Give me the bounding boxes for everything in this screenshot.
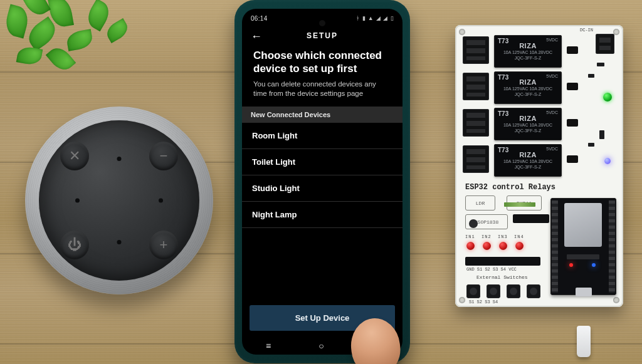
device-item[interactable]: Toilet Light (242, 149, 403, 175)
vibrate-icon: ▮ (362, 15, 366, 21)
phone-screen: 06:14 ᚼ ▮ ▲ ◢ ◢ ▯ ← SETUP Choose which c… (242, 9, 403, 355)
relay-terminal (463, 73, 489, 100)
tact-switch[interactable] (527, 284, 540, 298)
bluetooth-icon: ᚼ (356, 15, 359, 21)
esp32-module (550, 198, 616, 295)
relay-terminal (463, 36, 489, 64)
wifi-icon: ▲ (368, 15, 374, 21)
esp32-usb-port (576, 288, 592, 296)
relay-module: RIZA 10A 125VAC 10A 28VDC JQC-3FF-S-Z T7… (494, 71, 562, 104)
in-labels: IN1 IN2 IN3 IN4 (465, 234, 524, 239)
status-led-icon (604, 158, 611, 164)
header-title: SETUP (307, 31, 338, 40)
sw-row-label: GND S1 S2 S3 S4 VCC (466, 267, 517, 272)
relay-terminal (463, 109, 489, 137)
dc-in-terminal (596, 34, 614, 54)
status-icons: ᚼ ▮ ▲ ◢ ◢ ▯ (356, 15, 394, 21)
device-item[interactable]: Studio Light (242, 175, 403, 202)
signal-icon: ◢ (376, 15, 381, 21)
setup-subtitle: You can delete connected devices any tim… (242, 77, 403, 107)
status-time: 06:14 (251, 15, 268, 22)
esp32-led-icon (569, 263, 573, 267)
esp32-led-icon (592, 263, 596, 267)
back-arrow-icon[interactable]: ← (251, 30, 263, 43)
pcb-title-label: ESP32 control Relays (465, 183, 555, 192)
device-item[interactable]: Room Light (242, 123, 403, 149)
echo-mute-button[interactable]: ✕ (60, 142, 89, 170)
nav-recent-icon[interactable]: ≡ (266, 341, 271, 351)
power-led-icon (603, 93, 612, 101)
header-pins (513, 214, 549, 223)
phone-device: 06:14 ᚼ ▮ ▲ ◢ ◢ ▯ ← SETUP Choose which c… (234, 0, 410, 363)
echo-vol-up-button[interactable]: + (149, 231, 178, 259)
relay-module: RIZA 10A 125VAC 10A 28VDC JQC-3FF-S-Z T7… (494, 144, 562, 177)
relay-pcb: DC-IN RIZA 10A 125VAC 10A 28VDC JQC-3FF-… (455, 25, 623, 307)
device-item[interactable]: Night Lamp (242, 202, 403, 228)
relay-module: RIZA 10A 125VAC 10A 28VDC JQC-3FF-S-Z T7… (494, 35, 562, 68)
nav-home-icon[interactable]: ○ (318, 341, 324, 351)
usb-cable (577, 326, 591, 357)
tact-switch[interactable] (507, 284, 520, 298)
btn-row-label: S1 S2 S3 S4 (469, 299, 498, 304)
esp32-shield (564, 203, 602, 247)
ext-sw-label: External Switches (476, 274, 528, 280)
setup-title: Choose which connected device to set up … (242, 44, 403, 77)
echo-dot-device: ✕ − ⏻ + (25, 107, 213, 294)
in2-led-icon (483, 242, 491, 250)
echo-vol-down-button[interactable]: − (149, 142, 178, 170)
in1-led-icon (466, 242, 475, 250)
in4-led-icon (515, 242, 524, 250)
section-header: New Connected Devices (242, 107, 403, 123)
tact-switch[interactable] (487, 284, 500, 298)
signal2-icon: ◢ (383, 15, 387, 21)
relay-terminal (463, 145, 489, 173)
ldr-box: LDR (465, 195, 495, 211)
dc-in-label: DC-IN (580, 28, 593, 33)
ext-switch-header (465, 257, 540, 266)
echo-action-button[interactable]: ⏻ (60, 231, 89, 259)
tact-switch[interactable] (466, 284, 480, 298)
battery-icon: ▯ (391, 15, 394, 21)
app-header: ← SETUP (242, 25, 403, 44)
relay-module: RIZA 10A 125VAC 10A 28VDC JQC-3FF-S-Z T7… (494, 108, 562, 140)
device-list: Room Light Toilet Light Studio Light Nig… (242, 123, 403, 305)
in3-led-icon (499, 242, 507, 250)
